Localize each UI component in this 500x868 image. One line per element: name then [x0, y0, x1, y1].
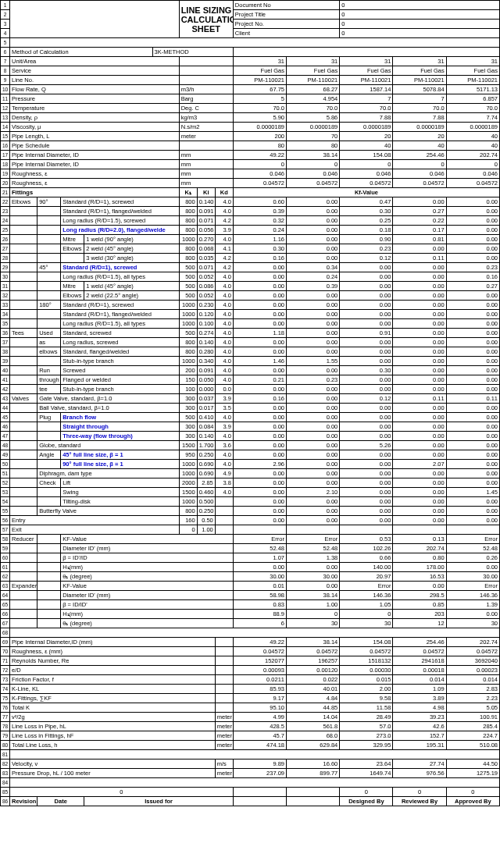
result-value: 0.00030 — [340, 666, 393, 675]
value-cell: Fuel Gas — [233, 66, 286, 76]
value-cell: Fuel Gas — [393, 66, 446, 76]
kf-value: 0.00 — [393, 263, 446, 272]
kf-value: 0.00 — [233, 366, 286, 375]
red-value: 58.98 — [233, 591, 286, 600]
kf-value: 0.34 — [287, 263, 340, 272]
kf-value: 0.00 — [287, 497, 340, 507]
kf-value: 1.16 — [233, 235, 286, 244]
result-value: 0.015 — [340, 675, 393, 685]
red-value: 0.85 — [393, 600, 446, 610]
kf-value: 0.00 — [287, 404, 340, 413]
param-9: Line No. — [10, 76, 180, 85]
kf-value: 0.24 — [233, 226, 286, 235]
vel-label: Pressure Drop, hL / 100 meter — [10, 769, 216, 778]
red-value: 16.53 — [393, 572, 446, 582]
value-cell: 154.08 — [340, 151, 393, 160]
kf-value: 0.00 — [287, 291, 340, 301]
red-value: 178.00 — [393, 563, 446, 572]
kf-value: 0.00 — [287, 216, 340, 226]
kf-value: 0.30 — [340, 366, 393, 375]
value-cell: 38.14 — [287, 151, 340, 160]
kf-value: 0.00 — [340, 272, 393, 282]
red-value: 0.26 — [446, 553, 499, 563]
kf-value: 0.00 — [340, 375, 393, 385]
vel-value: 16.60 — [287, 760, 340, 769]
kf-value: 0.27 — [393, 207, 446, 216]
value-cell: 70.0 — [340, 104, 393, 113]
red-value: 146.36 — [340, 591, 393, 600]
kf-value: 0.00 — [393, 404, 446, 413]
result-label: K-Line, KL — [10, 685, 216, 694]
kf-value: 0.00 — [233, 497, 286, 507]
kf-value: 0.00 — [287, 450, 340, 460]
result-value: 4.84 — [287, 694, 340, 703]
kf-value: 0.00 — [340, 432, 393, 441]
kf-value: 0.00 — [233, 272, 286, 282]
value-cell: 4.954 — [287, 94, 340, 104]
value-cell: 20 — [393, 132, 446, 141]
kf-value — [393, 525, 446, 535]
red-value: 0.00 — [393, 582, 446, 591]
kf-value: 0.00 — [393, 319, 446, 329]
kf-value: 0.00 — [393, 488, 446, 497]
vel-value: 1649.74 — [340, 769, 393, 778]
kf-value: 2.10 — [287, 488, 340, 497]
param-20: Roughness, ε — [10, 179, 180, 188]
kf-value — [340, 525, 393, 535]
red-value: 140.00 — [340, 563, 393, 572]
red-value: 38.14 — [287, 591, 340, 600]
result-value: 0.04572 — [393, 647, 446, 656]
kf-value: 0.00 — [233, 432, 286, 441]
kf-value: 0.00 — [446, 207, 499, 216]
kf-value: 0.00 — [393, 385, 446, 394]
value-cell: 0.046 — [446, 169, 499, 179]
red-value: Error — [340, 582, 393, 591]
red-value: 0 — [340, 610, 393, 619]
kf-value: 0.00 — [446, 244, 499, 254]
kf-value: 0.00 — [393, 244, 446, 254]
kf-value: 0.00 — [340, 488, 393, 497]
result-value: 0.014 — [393, 675, 446, 685]
result-value: 57.0 — [340, 722, 393, 731]
result-value: 49.22 — [233, 638, 286, 647]
value-cell: 0 — [287, 160, 340, 169]
value-cell: PM-110021 — [340, 76, 393, 85]
red-value: 0.53 — [340, 535, 393, 544]
kf-value: 0.00 — [446, 460, 499, 469]
kf-value: 0.24 — [287, 272, 340, 282]
kf-value: 0.81 — [393, 235, 446, 244]
result-value: 0.0211 — [233, 675, 286, 685]
result-value: 100.91 — [446, 713, 499, 722]
red-value: Error — [446, 535, 499, 544]
red-value: 30.00 — [233, 572, 286, 582]
kf-value: 0.23 — [446, 263, 499, 272]
result-label: Pipe Internal Diameter,ID (mm) — [10, 638, 216, 647]
value-cell: 70.0 — [233, 104, 286, 113]
kf-value: 0.00 — [233, 291, 286, 301]
result-label: Line Loss in Fittings, hF — [10, 731, 216, 741]
kf-value: 0.00 — [233, 450, 286, 460]
value-cell: PM-110021 — [287, 76, 340, 85]
kf-value: 0.00 — [233, 319, 286, 329]
result-value: 9.58 — [340, 694, 393, 703]
kf-value: 0.00 — [287, 394, 340, 404]
red-value: 30.00 — [446, 572, 499, 582]
kf-value: 0.00 — [287, 226, 340, 235]
kf-value: 0.00 — [287, 413, 340, 422]
kf-value: 0.30 — [340, 207, 393, 216]
kf-value: 0.00 — [340, 385, 393, 394]
kf-value: 0.00 — [233, 478, 286, 488]
lbl-docno: Document No — [233, 1, 339, 10]
method-value: 3K-METHOD — [152, 48, 233, 57]
kf-value: 0.00 — [446, 385, 499, 394]
kf-value: 0.00 — [446, 319, 499, 329]
result-value: 42.6 — [393, 722, 446, 731]
result-value: 152077 — [233, 656, 286, 666]
kf-value: 0.16 — [446, 272, 499, 282]
value-cell: 80 — [233, 141, 286, 151]
red-value: 1.38 — [287, 553, 340, 563]
value-cell: 0.046 — [340, 169, 393, 179]
value-cell: 0.046 — [287, 169, 340, 179]
kf-value: 0.00 — [233, 422, 286, 432]
kf-value: 0.00 — [287, 469, 340, 478]
